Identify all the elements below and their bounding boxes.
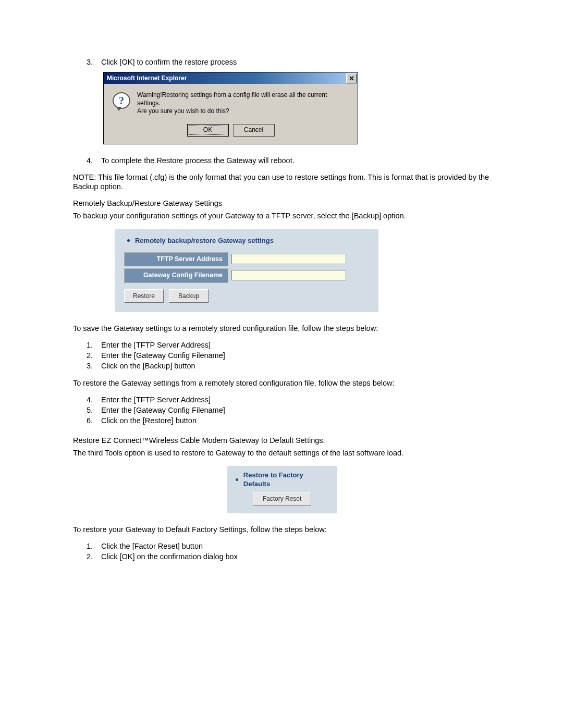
step-3: 3. Click [OK] to confirm the restore pro… — [73, 57, 491, 67]
restore-intro: To restore the Gateway settings from a r… — [73, 378, 491, 388]
dialog-body: ? Warning!Restoring settings from a conf… — [104, 84, 358, 144]
bullet-icon — [127, 239, 130, 242]
dialog-titlebar: Microsoft Internet Explorer ✕ — [104, 72, 358, 84]
restore-button[interactable]: Restore — [124, 289, 164, 303]
ok-button[interactable]: OK — [187, 124, 229, 137]
cancel-button[interactable]: Cancel — [233, 124, 275, 137]
remote-intro: To backup your configuration settings of… — [73, 211, 491, 220]
config-filename-input[interactable] — [231, 270, 346, 280]
save-intro: To save the Gateway settings to a remote… — [73, 324, 491, 333]
defaults-heading: Restore EZ Connect™Wireless Cable Modem … — [73, 436, 491, 445]
defaults-followup: To restore your Gateway to Default Facto… — [73, 525, 491, 534]
step-number: 4. — [87, 156, 101, 165]
note-paragraph: NOTE: This file format (.cfg) is the onl… — [73, 172, 491, 191]
restore-steps-list: 4.Enter the [TFTP Server Address] 5.Ente… — [73, 395, 491, 425]
tftp-address-input[interactable] — [231, 254, 346, 264]
step-text: Click [OK] to confirm the restore proces… — [101, 57, 237, 67]
remote-heading: Remotely Backup/Restore Gateway Settings — [73, 199, 491, 208]
factory-reset-button[interactable]: Factory Reset — [253, 492, 311, 506]
defaults-steps-list: 1.Click the [Factor Reset] button 2.Clic… — [73, 541, 491, 561]
step-text: To complete the Restore process the Gate… — [101, 156, 295, 165]
dialog-message: Warning!Restoring settings from a config… — [132, 91, 350, 116]
remote-backup-panel: Remotely backup/restore Gateway settings… — [115, 229, 378, 313]
ie-confirm-dialog: Microsoft Internet Explorer ✕ ? Warning!… — [103, 72, 358, 144]
dialog-title: Microsoft Internet Explorer — [107, 75, 187, 82]
config-filename-label: Gateway Config Filename — [124, 268, 228, 283]
save-steps-list: 1.Enter the [TFTP Server Address] 2.Ente… — [73, 340, 491, 371]
panel-title: Restore to Factory Defaults — [243, 471, 329, 488]
bullet-icon — [236, 478, 238, 481]
defaults-intro: The third Tools option is used to restor… — [73, 448, 491, 458]
step-number: 3. — [87, 57, 101, 67]
factory-reset-panel: Restore to Factory Defaults Factory Rese… — [227, 466, 337, 513]
panel-title: Remotely backup/restore Gateway settings — [135, 237, 274, 245]
question-icon: ? — [111, 91, 132, 109]
backup-button[interactable]: Backup — [169, 289, 209, 303]
tftp-address-label: TFTP Server Address — [124, 252, 228, 267]
step-4: 4. To complete the Restore process the G… — [73, 156, 491, 165]
close-icon[interactable]: ✕ — [346, 73, 357, 83]
